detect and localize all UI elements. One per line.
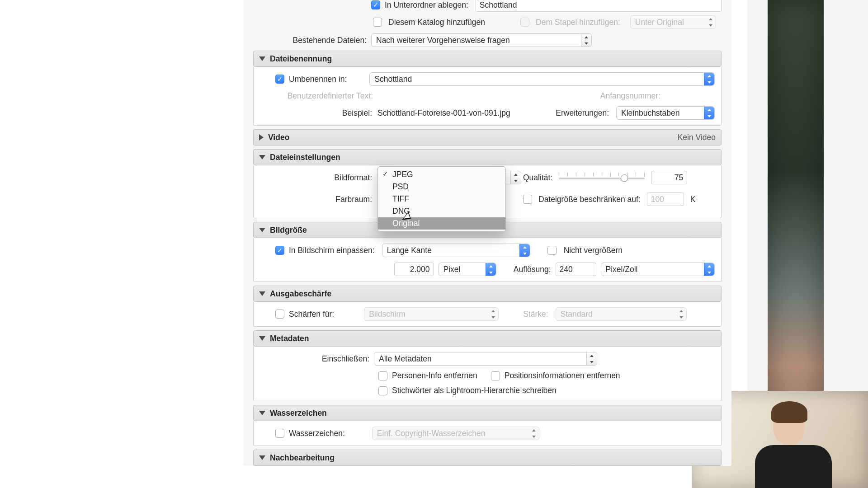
- extensions-label: Erweiterungen:: [556, 108, 609, 118]
- section-sizing-title: Bildgröße: [270, 225, 307, 235]
- sharpen-for-label: Schärfen für:: [289, 310, 334, 319]
- resolution-unit-select[interactable]: Pixel/Zoll: [601, 263, 715, 276]
- resize-checkbox[interactable]: [275, 246, 284, 255]
- resolution-input[interactable]: [556, 263, 596, 276]
- chevron-down-icon: [259, 56, 265, 61]
- rename-template-value: Schottland: [374, 75, 412, 84]
- watermark-value: Einf. Copyright-Wasserzeichen: [377, 429, 486, 438]
- quality-label: Qualität:: [523, 173, 552, 183]
- resolution-label: Auflösung:: [514, 265, 551, 274]
- sharpen-for-value: Bildschirm: [369, 310, 406, 319]
- menu-item-jpeg[interactable]: JPEG: [378, 169, 505, 181]
- section-sharpen-body: Schärfen für: Bildschirm Stärke: Standar…: [253, 302, 722, 327]
- dimension-unit-value: Pixel: [443, 265, 461, 274]
- watermark-select: Einf. Copyright-Wasserzeichen: [372, 427, 539, 440]
- limit-filesize-label: Dateigröße beschränken auf:: [538, 195, 641, 204]
- metadata-include-label: Einschließen:: [260, 354, 369, 364]
- add-to-stack-label: Dem Stapel hinzufügen:: [536, 18, 620, 27]
- export-dialog: In Unterordner ablegen: Diesem Katalog h…: [243, 0, 731, 466]
- limit-filesize-input[interactable]: [647, 192, 684, 206]
- sharpen-for-select: Bildschirm: [364, 307, 499, 321]
- chevron-down-icon: [259, 411, 265, 415]
- chevron-down-icon: [259, 155, 265, 160]
- sharpen-amount-select: Standard: [556, 307, 687, 321]
- dimension-input[interactable]: [394, 263, 434, 276]
- sharpen-amount-value: Standard: [561, 310, 593, 319]
- stack-position-value: Unter Original: [635, 18, 684, 27]
- subfolder-label: In Unterordner ablegen:: [385, 0, 468, 10]
- extensions-value: Kleinbuchstaben: [621, 108, 679, 118]
- metadata-include-select[interactable]: Alle Metadaten: [374, 352, 597, 366]
- extensions-select[interactable]: Kleinbuchstaben: [616, 106, 715, 120]
- watermark-checkbox[interactable]: [275, 429, 284, 438]
- rename-template-select[interactable]: Schottland: [369, 72, 715, 86]
- resize-label: In Bildschirm einpassen:: [289, 246, 375, 255]
- menu-item-dng[interactable]: DNG: [378, 205, 505, 217]
- section-watermark-body: Wasserzeichen: Einf. Copyright-Wasserzei…: [253, 421, 722, 446]
- add-to-stack-checkbox: [520, 18, 529, 27]
- watermark-label: Wasserzeichen:: [289, 429, 345, 438]
- section-video-header[interactable]: Video Kein Video: [253, 129, 722, 145]
- quality-slider[interactable]: [559, 173, 645, 183]
- example-label: Beispiel:: [260, 108, 373, 118]
- section-sizing-body: In Bildschirm einpassen: Lange Kante Nic…: [253, 238, 722, 282]
- image-format-select[interactable]: JPEG JPEG PSD TIFF DNG Original: [378, 171, 503, 184]
- start-number-label: Anfangsnummer:: [600, 91, 660, 101]
- chevron-down-icon: [259, 291, 265, 296]
- section-sharpen-header[interactable]: Ausgabeschärfe: [253, 286, 722, 302]
- limit-filesize-unit: K: [690, 195, 696, 204]
- existing-files-label: Bestehende Dateien:: [253, 36, 367, 45]
- section-watermark-header[interactable]: Wasserzeichen: [253, 405, 722, 421]
- colorspace-label: Farbraum:: [260, 195, 372, 204]
- menu-item-psd[interactable]: PSD: [378, 181, 505, 193]
- chevron-right-icon: [259, 134, 264, 141]
- section-naming-body: Umbenennen in: Schottland Benutzerdefini…: [253, 67, 722, 126]
- section-naming-title: Dateibenennung: [270, 54, 332, 64]
- section-video-title: Video: [268, 133, 289, 142]
- resolution-unit-value: Pixel/Zoll: [606, 265, 638, 274]
- keywords-hierarchy-label: Stichwörter als Lightroom-Hierarchie sch…: [392, 386, 557, 395]
- section-metadata-header[interactable]: Metadaten: [253, 330, 722, 347]
- existing-files-select[interactable]: Nach weiterer Vorgehensweise fragen: [371, 33, 592, 47]
- limit-filesize-checkbox[interactable]: [523, 195, 532, 204]
- no-enlarge-checkbox[interactable]: [547, 246, 557, 255]
- remove-person-label: Personen-Info entfernen: [392, 371, 477, 380]
- remove-location-label: Positionsinformationen entfernen: [505, 371, 620, 380]
- menu-item-original[interactable]: Original: [378, 217, 505, 230]
- resize-mode-value: Lange Kante: [387, 246, 432, 255]
- remove-person-checkbox[interactable]: [378, 371, 387, 380]
- example-value: Schottland-Fotoreise-001-von-091.jpg: [377, 108, 510, 118]
- chevron-down-icon: [259, 336, 265, 341]
- section-naming-header[interactable]: Dateibenennung: [253, 51, 722, 67]
- section-metadata-title: Metadaten: [270, 334, 309, 343]
- remove-location-checkbox[interactable]: [491, 371, 500, 380]
- subfolder-checkbox[interactable]: [371, 0, 380, 9]
- menu-item-tiff[interactable]: TIFF: [378, 193, 505, 205]
- mouse-cursor-icon: [404, 212, 413, 224]
- section-metadata-body: Einschließen: Alle Metadaten Personen-In…: [253, 347, 722, 401]
- add-to-catalog-checkbox[interactable]: [373, 18, 382, 27]
- image-format-menu[interactable]: JPEG PSD TIFF DNG Original: [377, 166, 506, 232]
- sharpen-checkbox[interactable]: [275, 310, 284, 319]
- section-watermark-title: Wasserzeichen: [270, 408, 327, 418]
- section-filesettings-title: Dateieinstellungen: [270, 153, 340, 162]
- quality-input[interactable]: [651, 171, 687, 184]
- keywords-hierarchy-checkbox[interactable]: [378, 386, 387, 395]
- section-postprocess-header[interactable]: Nachbearbeitung: [253, 450, 722, 466]
- image-format-label: Bildformat:: [260, 173, 372, 183]
- subfolder-input[interactable]: [476, 0, 722, 12]
- rename-label: Umbenennen in:: [289, 75, 347, 84]
- no-enlarge-label: Nicht vergrößern: [564, 246, 623, 255]
- section-filesettings-header[interactable]: Dateieinstellungen: [253, 149, 722, 165]
- chevron-down-icon: [259, 455, 265, 460]
- rename-checkbox[interactable]: [275, 75, 284, 84]
- dimension-unit-select[interactable]: Pixel: [439, 263, 497, 276]
- presenter-figure: [750, 398, 832, 488]
- existing-files-value: Nach weiterer Vorgehensweise fragen: [376, 36, 510, 45]
- resize-mode-select[interactable]: Lange Kante: [382, 244, 530, 257]
- sharpen-amount-label: Stärke:: [523, 310, 548, 319]
- metadata-include-value: Alle Metadaten: [379, 354, 432, 364]
- chevron-down-icon: [259, 228, 265, 232]
- stack-position-select: Unter Original: [630, 15, 716, 29]
- add-to-catalog-label: Diesem Katalog hinzufügen: [388, 18, 485, 27]
